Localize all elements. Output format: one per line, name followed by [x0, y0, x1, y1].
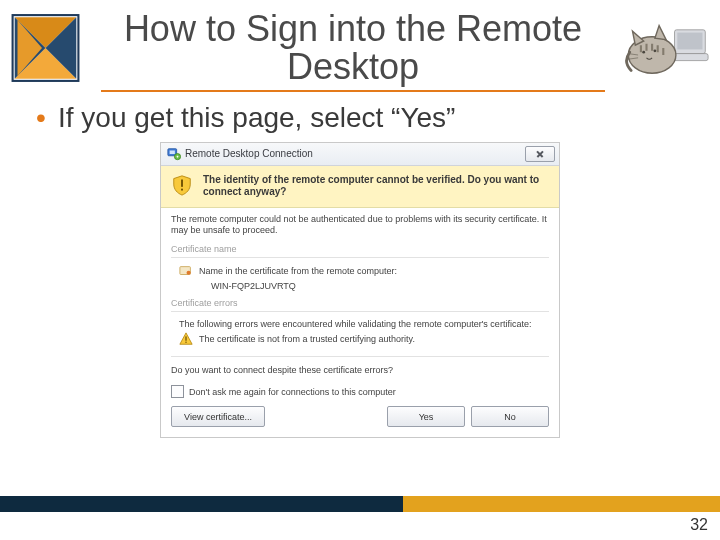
certificate-error-text: The certificate is not from a trusted ce… [199, 333, 415, 345]
dialog-warning-text: The identity of the remote computer cann… [203, 174, 549, 199]
certificate-name-line: Name in the certificate from the remote … [199, 265, 397, 277]
warning-triangle-icon [179, 332, 193, 346]
close-button[interactable] [525, 146, 555, 162]
certificate-errors-intro: The following errors were encountered wh… [179, 318, 549, 330]
connect-question: Do you want to connect despite these cer… [171, 365, 549, 375]
dialog-titlebar: Remote Desktop Connection [161, 143, 559, 166]
svg-point-10 [642, 51, 645, 54]
certificate-name-value: WIN-FQP2LJUVRTQ [211, 280, 296, 292]
svg-rect-13 [170, 150, 175, 154]
certificate-icon [179, 264, 193, 278]
bullet-marker: • [36, 102, 58, 134]
svg-rect-15 [181, 179, 183, 186]
svg-point-18 [187, 271, 191, 275]
certificate-error-item: The certificate is not from a trusted ce… [179, 332, 549, 346]
dont-ask-label: Don't ask me again for connections to th… [189, 387, 396, 397]
certificate-name-label: Certificate name [171, 244, 549, 254]
dialog-warning-banner: The identity of the remote computer cann… [161, 166, 559, 208]
shield-warning-icon [171, 174, 193, 196]
rdp-titlebar-icon [167, 147, 181, 161]
svg-rect-20 [185, 342, 186, 343]
yes-button[interactable]: Yes [387, 406, 465, 427]
page-number: 32 [690, 516, 708, 534]
no-button[interactable]: No [471, 406, 549, 427]
slide-logo [8, 13, 83, 83]
slide-title: How to Sign into the Remote Desktop [101, 10, 605, 92]
dialog-explanation: The remote computer could not be authent… [171, 214, 549, 237]
dont-ask-checkbox[interactable] [171, 385, 184, 398]
cat-mascot [625, 13, 710, 83]
slide-footer-band [0, 496, 720, 512]
svg-rect-19 [185, 337, 186, 341]
svg-point-11 [654, 49, 657, 52]
view-certificate-button[interactable]: View certificate... [171, 406, 265, 427]
svg-rect-7 [677, 32, 702, 49]
certificate-errors-label: Certificate errors [171, 298, 549, 308]
certificate-name-value-row: WIN-FQP2LJUVRTQ [191, 280, 549, 292]
certificate-name-row: Name in the certificate from the remote … [179, 264, 549, 278]
svg-rect-16 [181, 188, 183, 190]
bullet-line: •If you get this page, select “Yes” [36, 102, 720, 134]
dialog-title-text: Remote Desktop Connection [185, 148, 313, 159]
bullet-text: If you get this page, select “Yes” [58, 102, 455, 133]
rdp-dialog: Remote Desktop Connection The identity o… [160, 142, 560, 439]
